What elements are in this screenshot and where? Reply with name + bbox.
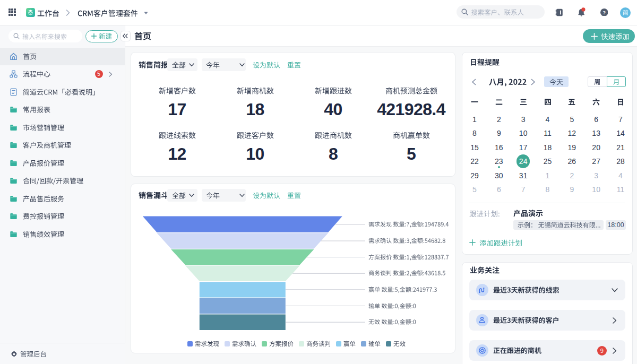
svg-text:?: ? (602, 9, 606, 15)
